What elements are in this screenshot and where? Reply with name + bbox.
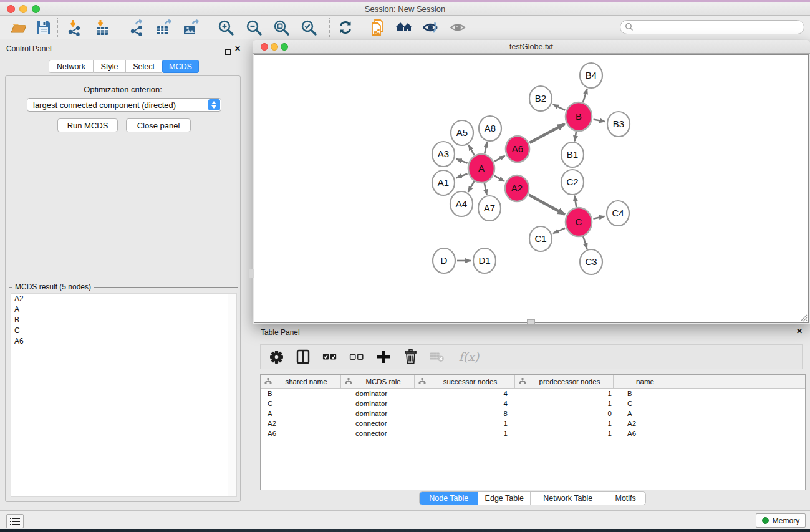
resize-grip-icon[interactable]	[799, 314, 808, 322]
table-cell[interactable]: A2	[614, 418, 677, 428]
table-cell[interactable]: 1	[415, 428, 515, 438]
mcds-result-item[interactable]: A	[11, 304, 236, 315]
table-row[interactable]: Adominator80A	[261, 409, 805, 418]
network-node-D[interactable]: D	[433, 248, 455, 273]
table-cell[interactable]: A	[614, 409, 677, 418]
table-cell[interactable]: dominator	[341, 409, 415, 418]
search-input[interactable]	[620, 20, 804, 34]
network-edge-A-A2[interactable]	[494, 176, 504, 181]
settings-gear-icon[interactable]	[269, 349, 284, 364]
export-network-icon[interactable]	[128, 19, 146, 36]
network-edge-C-C3[interactable]	[583, 236, 587, 249]
network-edge-A-A4[interactable]	[468, 181, 474, 192]
table-cell[interactable]: connector	[341, 418, 415, 428]
mcds-result-item[interactable]: C	[11, 326, 236, 336]
network-node-A2[interactable]: A2	[505, 175, 529, 201]
hide-panel-eye-icon[interactable]	[422, 19, 439, 36]
network-node-A[interactable]: A	[468, 154, 494, 183]
network-node-A3[interactable]: A3	[432, 142, 455, 167]
function-builder-icon[interactable]: f(x)	[456, 349, 481, 364]
table-cell[interactable]: 4	[415, 389, 515, 399]
zoom-fit-icon[interactable]	[272, 19, 290, 36]
save-icon[interactable]	[35, 19, 52, 36]
network-edge-C-C2[interactable]	[574, 196, 576, 208]
memory-button[interactable]: Memory	[756, 513, 806, 528]
table-cell[interactable]: connector	[341, 428, 415, 438]
network-node-A1[interactable]: A1	[432, 170, 455, 195]
network-node-B[interactable]: B	[566, 102, 592, 131]
network-node-C[interactable]: C	[566, 208, 592, 236]
network-edge-B-B2[interactable]	[553, 104, 565, 110]
table-panel-float-icon[interactable]	[786, 329, 791, 340]
network-window-titlebar[interactable]: testGlobe.txt	[253, 40, 810, 54]
tab-style[interactable]: Style	[94, 60, 126, 73]
deselect-all-icon[interactable]	[349, 349, 364, 364]
network-edge-A-A7[interactable]	[485, 183, 487, 195]
tab-mcds[interactable]: MCDS	[162, 60, 199, 73]
home-pair-icon[interactable]	[395, 19, 413, 36]
network-edge-B-B3[interactable]	[594, 119, 605, 122]
tab-network-table[interactable]: Network Table	[531, 492, 605, 505]
network-node-A7[interactable]: A7	[478, 196, 501, 221]
table-row[interactable]: A2connector11A2	[261, 418, 805, 428]
table-cell[interactable]: 1	[415, 418, 515, 428]
network-edge-A-A8[interactable]	[485, 142, 487, 153]
add-row-icon[interactable]	[376, 349, 391, 364]
column-header-name[interactable]: name	[614, 375, 677, 388]
mcds-result-item[interactable]: A6	[11, 336, 236, 347]
network-edge-A-A1[interactable]	[456, 173, 468, 178]
optimization-criterion-select[interactable]: largest connected component (directed)	[27, 98, 221, 112]
network-node-C3[interactable]: C3	[580, 249, 602, 274]
table-cell[interactable]: C	[261, 399, 341, 409]
network-node-A4[interactable]: A4	[450, 191, 473, 216]
tab-network[interactable]: Network	[49, 60, 94, 73]
open-folder-icon[interactable]	[10, 19, 27, 36]
network-node-B2[interactable]: B2	[529, 86, 552, 111]
network-edge-B-B1[interactable]	[575, 132, 577, 142]
tab-select[interactable]: Select	[126, 60, 162, 73]
network-node-A5[interactable]: A5	[451, 120, 473, 145]
column-header-successor-nodes[interactable]: successor nodes	[415, 375, 515, 388]
show-columns-icon[interactable]	[296, 349, 311, 364]
network-files-icon[interactable]	[369, 19, 387, 36]
delete-rows-icon[interactable]	[403, 349, 418, 364]
network-node-A8[interactable]: A8	[479, 116, 501, 141]
apply-layout-icon[interactable]	[337, 19, 354, 36]
network-canvas[interactable]: B4B2BB3A8A5A6A3B1AC2A1A2A4A7C4CC1DD1C3	[254, 54, 809, 323]
table-cell[interactable]: B	[614, 389, 677, 399]
zoom-in-icon[interactable]	[217, 19, 234, 36]
control-panel-float-icon[interactable]	[225, 46, 231, 57]
tab-node-table[interactable]: Node Table	[420, 492, 478, 505]
column-header-shared-name[interactable]: shared name	[261, 375, 341, 388]
tab-motifs[interactable]: Motifs	[605, 492, 645, 505]
control-panel-close-icon[interactable]: ✕	[234, 46, 241, 52]
horizontal-splitter-handle[interactable]	[527, 319, 535, 324]
network-edge-C-C1[interactable]	[553, 228, 565, 233]
network-node-C1[interactable]: C1	[529, 226, 552, 251]
table-cell[interactable]: dominator	[341, 399, 415, 409]
export-image-icon[interactable]	[182, 19, 200, 36]
table-cell[interactable]: A6	[261, 428, 341, 438]
network-node-C2[interactable]: C2	[561, 170, 584, 195]
table-cell[interactable]: 1	[515, 428, 614, 438]
export-table-icon[interactable]	[155, 19, 173, 36]
table-cell[interactable]: A2	[261, 418, 341, 428]
table-row[interactable]: Bdominator41B	[261, 389, 805, 399]
table-panel-close-icon[interactable]: ✕	[796, 328, 803, 335]
vertical-splitter-handle[interactable]	[249, 269, 254, 278]
tab-edge-table[interactable]: Edge Table	[478, 492, 531, 505]
network-edge-B-B4[interactable]	[583, 89, 587, 102]
run-mcds-button[interactable]: Run MCDS	[57, 118, 118, 132]
mcds-list-scrollbar[interactable]	[228, 294, 236, 496]
network-edge-A2-C[interactable]	[529, 195, 565, 215]
table-cell[interactable]: dominator	[341, 389, 415, 399]
network-edge-A-A5[interactable]	[469, 145, 475, 155]
task-history-button[interactable]	[6, 514, 24, 528]
table-cell[interactable]: A6	[614, 428, 677, 438]
network-node-B4[interactable]: B4	[580, 63, 602, 88]
network-edge-A-A3[interactable]	[456, 159, 468, 163]
table-cell[interactable]: 4	[415, 399, 515, 409]
show-panel-eye-icon[interactable]	[449, 19, 466, 36]
table-cell[interactable]: 1	[515, 399, 614, 409]
select-all-icon[interactable]	[322, 349, 337, 364]
